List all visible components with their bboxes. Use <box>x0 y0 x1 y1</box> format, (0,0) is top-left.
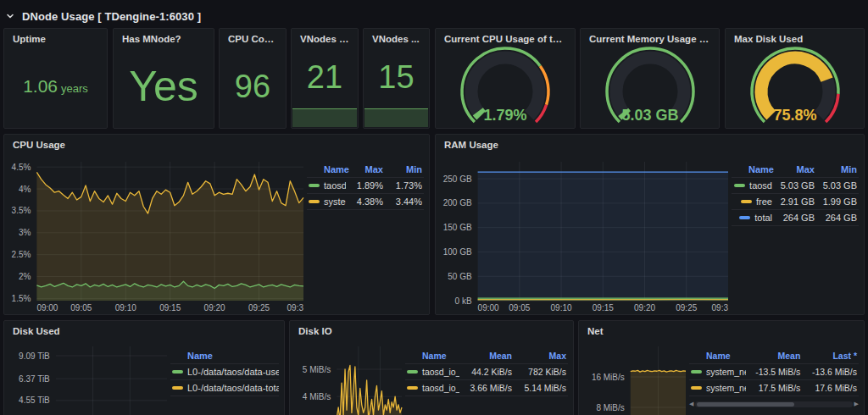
scrollbar-thumb[interactable] <box>697 402 794 407</box>
series-fill-system_net_out <box>631 370 686 415</box>
legend-series-name[interactable]: taosd_io_write <box>422 383 459 393</box>
x-axis-tick-label: 09:05 <box>70 303 92 313</box>
legend-value: 3.66 MiB/s <box>459 380 514 396</box>
legend-series-name[interactable]: taosd <box>324 180 346 191</box>
legend-series-name[interactable]: L0-/data/taos/data-total <box>187 383 279 393</box>
legend-series-name[interactable]: system_net_in <box>706 367 746 377</box>
x-axis-tick-label: 09:00 <box>478 303 499 313</box>
disk-io-plot[interactable]: 5 MiB/s4 MiB/s3 MiB/s <box>295 343 405 415</box>
scroll-right-arrow[interactable]: ▶ <box>854 401 859 407</box>
legend-value: 2.91 GB <box>774 194 816 210</box>
legend-row: taosd5.03 GB5.03 GB <box>732 178 859 194</box>
panel-title[interactable]: Net <box>579 321 864 341</box>
panel-ram-usage-chart: RAM Usage 250 GB200 GB150 GB100 GB50 GB0… <box>435 134 865 315</box>
y-axis-tick-label: 3% <box>19 228 31 237</box>
x-axis-tick-label: 09:05 <box>509 303 530 313</box>
y-axis-tick-label: 50 GB <box>448 272 472 281</box>
scroll-left-arrow[interactable]: ◀ <box>689 401 693 407</box>
y-axis-tick-label: 0 kB <box>455 296 472 306</box>
series-fill-total <box>478 172 728 301</box>
panel-disk-used-chart: Disk Used 9.09 TiB6.37 TiB4.55 TiB2.73 T… <box>3 320 285 415</box>
legend-column-header[interactable]: Name <box>689 348 746 364</box>
gauge-value-text: 5.03 GB <box>621 107 678 124</box>
x-axis-tick-label: 09:20 <box>634 303 655 313</box>
y-axis-tick-label: 5 MiB/s <box>303 365 331 374</box>
legend-row: system4.38%3.44% <box>307 194 424 210</box>
gauge-value-arc <box>478 111 481 115</box>
memory-usage-gauge: 5.03 GB <box>587 42 714 130</box>
panel-title[interactable]: Disk IO <box>290 321 573 341</box>
y-axis-tick-label: 3.5% <box>12 206 31 215</box>
panel-vnodes-number: VNodes N... 21 <box>291 28 359 129</box>
panel-max-disk-used: Max Disk Used 75.8% <box>725 28 865 129</box>
legend-series-name[interactable]: taosd_io_read <box>422 367 459 377</box>
legend-series-name[interactable]: system <box>324 196 346 207</box>
panel-title[interactable]: RAM Usage <box>436 135 864 155</box>
ram-usage-plot[interactable]: 250 GB200 GB150 GB100 GB50 GB0 kB09:0009… <box>441 157 732 314</box>
legend-row: L0-/data/taos/data-total <box>170 380 279 396</box>
legend-column-header[interactable]: Name <box>307 162 346 178</box>
legend-row: taosd1.89%1.73% <box>307 178 424 194</box>
series-color-swatch <box>172 386 183 390</box>
x-axis-tick-label: 09:3 <box>287 303 304 313</box>
legend-value: 17.5 MiB/s <box>746 380 803 396</box>
chevron-down-icon[interactable] <box>5 11 15 21</box>
x-axis-tick-label: 09:10 <box>115 303 136 313</box>
legend-row: taosd_io_write3.66 MiB/s5.14 MiB/s <box>405 380 568 396</box>
legend-column-header[interactable]: Name <box>732 162 774 178</box>
panel-title[interactable]: CPU Usage <box>4 135 429 155</box>
disk-used-plot[interactable]: 9.09 TiB6.37 TiB4.55 TiB2.73 TiB <box>9 343 170 415</box>
legend-column-header[interactable]: Max <box>514 348 568 364</box>
legend-column-header[interactable]: Max <box>774 162 816 178</box>
legend-scrollbar[interactable]: ◀▶ <box>689 401 859 407</box>
legend-series-name[interactable]: system_net_out <box>706 383 746 393</box>
ram-usage-legend: NameMaxMintaosd5.03 GB5.03 GBfree2.91 GB… <box>732 157 859 314</box>
x-axis-tick-label: 09:3 <box>712 303 729 313</box>
y-axis-tick-label: 2.5% <box>12 250 31 259</box>
legend-column-header[interactable]: Name <box>170 348 279 364</box>
series-color-swatch <box>739 216 750 219</box>
dashboard-row-header[interactable]: DNode Usage [ TDengine-1:6030 ] <box>5 7 201 25</box>
gauge-value-text: 1.79% <box>483 107 526 124</box>
stat-sparkline <box>292 108 357 127</box>
y-axis-tick-label: 100 GB <box>443 247 472 257</box>
legend-column-header[interactable]: Min <box>385 162 424 178</box>
y-axis-tick-label: 8 MiB/s <box>596 403 624 412</box>
scrollbar-track[interactable] <box>695 401 852 407</box>
legend-series-name[interactable]: L0-/data/taos/data-used <box>187 367 279 377</box>
legend-series-name[interactable]: total <box>754 213 772 223</box>
x-axis-tick-label: 09:20 <box>204 303 225 313</box>
panel-current-cpu-usage: Current CPU Usage of taosd 1.79% <box>435 28 576 129</box>
legend-value: -13.5 MiB/s <box>746 364 803 380</box>
series-color-swatch <box>309 200 320 203</box>
legend-column-header[interactable]: Mean <box>746 348 803 364</box>
net-plot[interactable]: 16 MiB/s8 MiB/s0 B/s <box>584 343 689 415</box>
legend-column-header[interactable]: Last * <box>802 348 859 364</box>
legend-series-name[interactable]: taosd <box>749 180 772 191</box>
series-color-swatch <box>309 184 320 187</box>
legend-column-header[interactable]: Min <box>816 162 859 178</box>
x-axis-tick-label: 09:00 <box>36 303 58 313</box>
legend-series-name[interactable]: free <box>756 196 772 207</box>
cpu-usage-plot[interactable]: 4.5%4%3.5%3%2.5%2%1.5%09:0009:0509:1009:… <box>9 157 307 314</box>
series-color-swatch <box>741 200 752 203</box>
series-color-swatch <box>691 370 702 374</box>
stat-value: 1.06 <box>23 77 58 95</box>
legend-value: 1.89% <box>346 178 385 194</box>
panel-title[interactable]: Disk Used <box>4 321 284 341</box>
y-axis-tick-label: 9.09 TiB <box>19 351 50 361</box>
panel-cpu-usage-chart: CPU Usage 4.5%4%3.5%3%2.5%2%1.5%09:0009:… <box>3 134 430 315</box>
legend-column-header[interactable]: Mean <box>459 348 514 364</box>
stat-value: 15 <box>378 61 414 93</box>
panel-net-chart: Net 16 MiB/s8 MiB/s0 B/s NameMeanLast *s… <box>578 320 865 415</box>
series-color-swatch <box>172 370 183 374</box>
disk-io-legend: NameMeanMaxtaosd_io_read44.2 KiB/s782 Ki… <box>405 343 568 415</box>
gauge-value-text: 75.8% <box>773 107 816 124</box>
legend-column-header[interactable]: Name <box>405 348 459 364</box>
legend-column-header[interactable]: Max <box>346 162 385 178</box>
x-axis-tick-label: 09:10 <box>551 303 572 313</box>
legend-value: 264 GB <box>774 210 816 226</box>
legend-value: 44.2 KiB/s <box>459 364 514 380</box>
legend-value: 782 KiB/s <box>514 364 568 380</box>
legend-value: 5.03 GB <box>816 178 859 194</box>
